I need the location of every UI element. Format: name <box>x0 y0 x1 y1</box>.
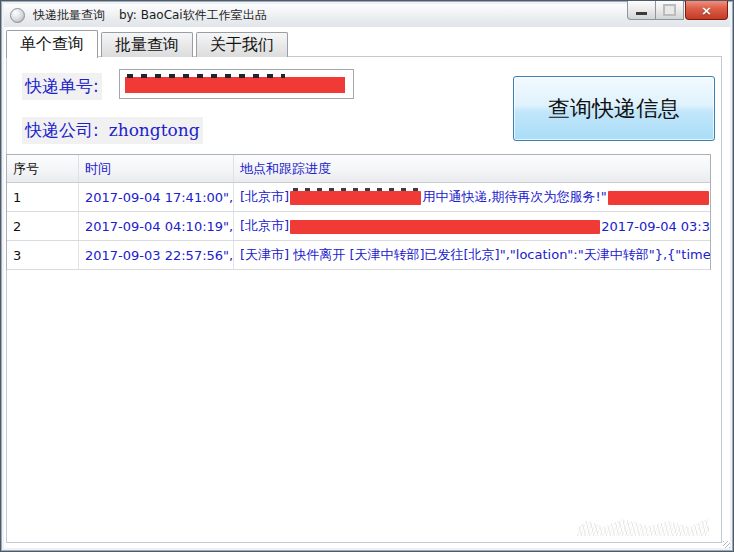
minimize-button[interactable] <box>627 1 656 20</box>
cell-index: 3 <box>7 241 79 269</box>
redaction-bar <box>290 220 600 234</box>
window-title-text: 快递批量查询 <box>33 8 105 22</box>
cell-index: 2 <box>7 212 79 240</box>
tab-about-us[interactable]: 关于我们 <box>196 32 288 57</box>
tab-strip: 单个查询 批量查询 关于我们 <box>6 29 288 57</box>
progress-text: [北京市] <box>240 188 289 206</box>
header-progress[interactable]: 地点和跟踪进度 <box>234 155 710 182</box>
window-title-byline: by: BaoCai软件工作室出品 <box>119 8 267 22</box>
close-button[interactable]: × <box>685 1 728 20</box>
window-controls: × <box>627 1 728 20</box>
minimize-icon <box>636 12 647 15</box>
progress-text: [天津市] 快件离开 [天津中转部]已发往[北京]","location":"天… <box>240 246 710 264</box>
redaction-bar <box>608 191 709 205</box>
window-title: 快递批量查询by: BaoCai软件工作室出品 <box>33 7 267 24</box>
cell-progress: [天津市] 快件离开 [天津中转部]已发往[北京]","location":"天… <box>234 241 710 269</box>
watermark <box>577 516 709 536</box>
cell-time: 2017-09-04 17:41:00","ftim <box>79 183 234 211</box>
table-row[interactable]: 22017-09-04 04:10:19","ftim[北京市] 2017-09… <box>7 212 710 241</box>
maximize-button[interactable] <box>656 1 684 20</box>
cell-index: 1 <box>7 183 79 211</box>
app-window: 快递批量查询by: BaoCai软件工作室出品 × 单个查询 批量查询 关于我们… <box>0 0 734 552</box>
maximize-icon <box>663 4 676 16</box>
table-row[interactable]: 32017-09-03 22:57:56","ftim[天津市] 快件离开 [天… <box>7 241 710 270</box>
company-value: zhongtong <box>109 120 200 140</box>
app-icon <box>10 8 25 23</box>
company-label: 快递公司: <box>25 120 99 140</box>
close-icon: × <box>701 3 712 18</box>
redaction-bar <box>290 191 421 205</box>
tab-single-query[interactable]: 单个查询 <box>6 30 98 58</box>
header-time[interactable]: 时间 <box>79 155 234 182</box>
tracking-number-input[interactable] <box>119 69 354 99</box>
table-header: 序号 时间 地点和跟踪进度 <box>7 155 710 183</box>
result-table: 序号 时间 地点和跟踪进度 12017-09-04 17:41:00","fti… <box>6 154 711 270</box>
tab-batch-query[interactable]: 批量查询 <box>101 32 193 57</box>
cell-time: 2017-09-03 22:57:56","ftim <box>79 241 234 269</box>
redaction-bar <box>125 77 345 93</box>
progress-text: 2017-09-04 03:3 <box>601 219 710 234</box>
progress-text: [北京市] <box>240 217 289 235</box>
resize-grip[interactable] <box>723 541 730 548</box>
single-query-page: 快递单号: 快递公司:zhongtong 查询快递信息 序号 时间 地点和跟踪进… <box>6 56 722 543</box>
progress-text: 用中通快递,期待再次为您服务!" <box>422 188 606 206</box>
query-express-button[interactable]: 查询快递信息 <box>513 76 715 141</box>
cell-time: 2017-09-04 04:10:19","ftim <box>79 212 234 240</box>
table-row[interactable]: 12017-09-04 17:41:00","ftim[北京市] 用中通快递,期… <box>7 183 710 212</box>
header-index[interactable]: 序号 <box>7 155 79 182</box>
cell-progress: [北京市] 用中通快递,期待再次为您服务!" <box>234 183 710 211</box>
table-body: 12017-09-04 17:41:00","ftim[北京市] 用中通快递,期… <box>7 183 710 270</box>
cell-progress: [北京市] 2017-09-04 03:3 <box>234 212 710 240</box>
tracking-number-label: 快递单号: <box>22 73 102 100</box>
title-bar: 快递批量查询by: BaoCai软件工作室出品 <box>4 4 730 27</box>
company-line: 快递公司:zhongtong <box>22 117 203 144</box>
